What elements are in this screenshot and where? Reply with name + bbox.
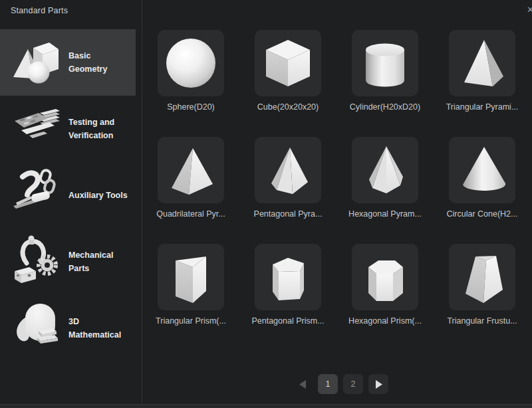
pentagonal-prism-thumbnail [255, 244, 321, 310]
part-tile-triangular-frustum[interactable] [449, 244, 515, 310]
hexagonal-pyramid-thumbnail [352, 137, 418, 203]
part-cell: Triangular Prism(... [158, 244, 224, 326]
part-cell: Triangular Frustu... [449, 244, 515, 326]
part-tile-pentagonal-prism[interactable] [255, 244, 321, 310]
circular-cone-thumbnail [449, 137, 515, 203]
hexagonal-prism-thumbnail [352, 244, 418, 310]
pagination: 1 2 [293, 374, 388, 394]
page-button-1[interactable]: 1 [318, 374, 338, 394]
3d-mathematical-icon [9, 300, 65, 356]
bottom-edge [0, 404, 532, 408]
sidebar-item-label: Auxiliary Tools [65, 189, 136, 202]
triangular-pyramid-thumbnail [449, 30, 515, 96]
sidebar-item-label: Mechanical Parts [65, 249, 136, 275]
cylinder-thumbnail [352, 30, 418, 96]
part-cell: Pentagonal Prism... [255, 244, 321, 326]
part-cell: Circular Cone(H2... [449, 137, 515, 219]
sidebar-item-3d-mathematical[interactable]: 3D Mathematical [0, 295, 136, 361]
part-label: Triangular Prism(... [144, 316, 237, 326]
part-tile-triangular-pyramid[interactable] [449, 30, 515, 96]
sidebar-divider [142, 0, 142, 408]
pentagonal-pyramid-thumbnail [255, 137, 321, 203]
part-cell: Cube(20x20x20) [255, 30, 321, 112]
sidebar-item-label: Basic Geometry [65, 49, 136, 76]
sidebar-item-basic-geometry[interactable]: Basic Geometry [0, 29, 136, 96]
part-label: Cube(20x20x20) [241, 102, 334, 112]
mechanical-parts-icon [9, 234, 65, 290]
close-icon[interactable]: ✕ [527, 4, 532, 16]
part-label: Quadrilateral Pyr... [144, 209, 237, 219]
part-label: Pentagonal Pyra... [241, 209, 334, 219]
sidebar-item-testing-verification[interactable]: Testing and Verification [0, 96, 136, 162]
parts-grid: Sphere(D20) Cube(20x20x20) Cylinder(H20x… [158, 30, 515, 326]
quadrilateral-pyramid-thumbnail [158, 137, 224, 203]
part-label: Hexagonal Prism(... [338, 316, 432, 326]
part-cell: Sphere(D20) [158, 30, 224, 112]
category-sidebar: Basic Geometry [0, 29, 136, 361]
sidebar-item-mechanical-parts[interactable]: Mechanical Parts [0, 229, 136, 295]
part-tile-hexagonal-prism[interactable] [352, 244, 418, 310]
part-cell: Pentagonal Pyra... [255, 137, 321, 219]
part-label: Circular Cone(H2... [436, 209, 529, 219]
page-button-2[interactable]: 2 [343, 374, 363, 394]
part-label: Triangular Pyrami... [436, 102, 529, 112]
part-tile-triangular-prism[interactable] [158, 244, 224, 310]
prev-page-icon[interactable] [293, 374, 313, 394]
part-tile-sphere[interactable] [158, 30, 224, 96]
part-tile-cylinder[interactable] [352, 30, 418, 96]
triangular-frustum-thumbnail [449, 244, 515, 310]
basic-geometry-icon [9, 35, 65, 90]
next-page-icon[interactable] [368, 374, 388, 394]
triangular-prism-thumbnail [158, 244, 224, 310]
standard-parts-dialog: Standard Parts ✕ Basic Geometry [0, 0, 532, 408]
part-label: Cylinder(H20xD20) [338, 102, 432, 112]
part-cell: Quadrilateral Pyr... [158, 137, 224, 219]
part-tile-cube[interactable] [255, 30, 321, 96]
part-cell: Triangular Pyrami... [449, 30, 515, 112]
part-label: Triangular Frustu... [436, 316, 529, 326]
sidebar-item-label: 3D Mathematical [65, 315, 136, 342]
part-tile-quadrilateral-pyramid[interactable] [158, 137, 224, 203]
part-cell: Hexagonal Prism(... [352, 244, 418, 326]
part-label: Pentagonal Prism... [241, 316, 334, 326]
part-tile-hexagonal-pyramid[interactable] [352, 137, 418, 203]
sidebar-item-auxiliary-tools[interactable]: Auxiliary Tools [0, 162, 136, 229]
part-tile-pentagonal-pyramid[interactable] [255, 137, 321, 203]
sidebar-item-label: Testing and Verification [65, 116, 136, 142]
testing-verification-icon [9, 101, 65, 157]
part-cell: Cylinder(H20xD20) [352, 30, 418, 112]
part-label: Sphere(D20) [144, 102, 237, 112]
auxiliary-tools-icon [9, 167, 65, 223]
cube-thumbnail [255, 30, 321, 96]
sphere-thumbnail [158, 30, 224, 96]
dialog-title: Standard Parts [11, 6, 68, 15]
part-cell: Hexagonal Pyram... [352, 137, 418, 219]
part-tile-circular-cone[interactable] [449, 137, 515, 203]
part-label: Hexagonal Pyram... [338, 209, 432, 219]
